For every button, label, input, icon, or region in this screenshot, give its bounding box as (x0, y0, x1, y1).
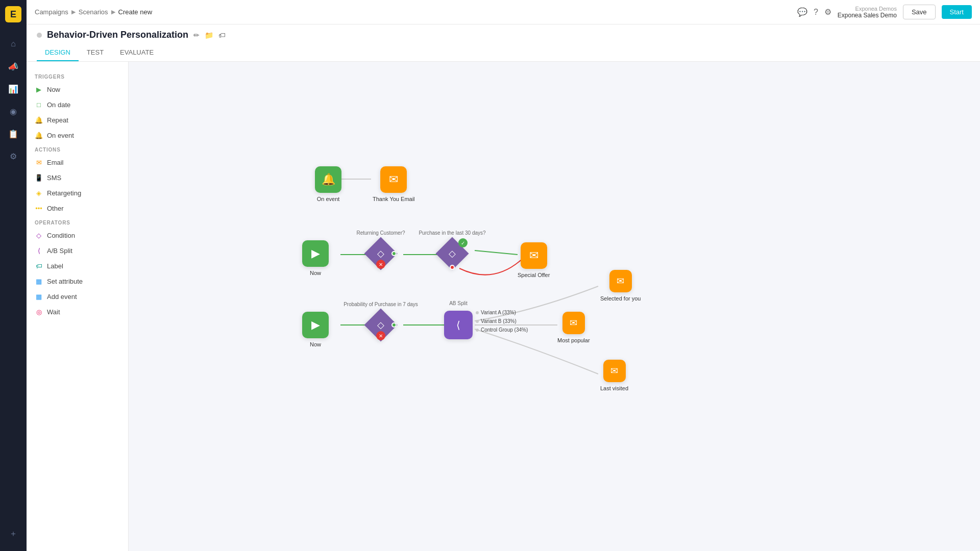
row2-trigger-label: Now (310, 270, 321, 276)
row1-email-node[interactable]: ✉ Thank You Email (373, 166, 415, 202)
row3-email1-label: Selected for you (600, 295, 641, 302)
control-group-label: Control Group (34%) (481, 327, 528, 333)
setattribute-label: Set attribute (47, 278, 83, 285)
row1-email-box: ✉ (380, 166, 407, 193)
sidebar-item-retargeting[interactable]: ◈ Retargeting (27, 185, 128, 201)
canvas[interactable]: 🔔 On event ✉ Thank You Email ▶ Now (129, 62, 980, 551)
row1-trigger-label: On event (317, 196, 340, 202)
sidebar-item-setattribute[interactable]: ▦ Set attribute (27, 273, 128, 289)
left-nav: E ⌂ 📣 📊 ◉ 📋 ⚙ ＋ (0, 0, 27, 551)
absplit-icon: ⟨ (35, 246, 43, 255)
row2-condition1-x: ✕ (376, 260, 385, 269)
nav-content[interactable]: 📋 (4, 124, 22, 143)
row3-email3-label: Last visited (600, 385, 628, 391)
row3-trigger-box: ▶ (302, 312, 329, 338)
tab-evaluate[interactable]: EVALUATE (112, 44, 162, 61)
nav-plus[interactable]: ＋ (4, 524, 22, 543)
breadcrumb-sep-1: ▶ (71, 9, 76, 15)
sidebar-item-ondate[interactable]: □ On date (27, 97, 128, 112)
email-action-label: Email (47, 159, 64, 166)
row1-trigger-node[interactable]: 🔔 On event (315, 166, 341, 202)
nav-segments[interactable]: ◉ (4, 102, 22, 120)
breadcrumb-scenarios[interactable]: Scenarios (79, 8, 108, 16)
breadcrumb-current: Create new (118, 8, 152, 16)
repeat-icon: 🔔 (35, 116, 43, 124)
ondate-label: On date (47, 101, 70, 109)
variant-a-label: Variant A (33%) (481, 310, 516, 315)
tag-icon[interactable]: 🏷 (218, 31, 226, 39)
sidebar-item-wait[interactable]: ◎ Wait (27, 304, 128, 319)
setattribute-icon: ▦ (35, 277, 43, 285)
label-icon: 🏷 (35, 262, 43, 270)
addevent-label: Add event (47, 293, 77, 300)
save-button[interactable]: Save (903, 5, 936, 19)
breadcrumb-campaigns[interactable]: Campaigns (35, 8, 68, 16)
sidebar-item-sms[interactable]: 📱 SMS (27, 170, 128, 185)
variant-b-label: Variant B (33%) (481, 318, 517, 324)
retargeting-label: Retargeting (47, 189, 81, 197)
row3-email2-node[interactable]: ✉ Most popular (557, 312, 590, 343)
content-area: TRIGGERS ▶ Now □ On date 🔔 Repeat 🔔 On e… (27, 62, 980, 551)
row2-trigger-box: ▶ (302, 240, 329, 267)
sidebar: TRIGGERS ▶ Now □ On date 🔔 Repeat 🔔 On e… (27, 62, 129, 551)
row3-condition-node[interactable]: Probability of Purchase in 7 days ◇ ✕ (368, 312, 394, 338)
now-icon: ▶ (35, 85, 43, 93)
row3-condition-x: ✕ (376, 331, 385, 340)
row2-email-label: Special Offer (518, 272, 550, 278)
row2-trigger-node[interactable]: ▶ Now (302, 240, 329, 276)
repeat-label: Repeat (47, 116, 68, 124)
row3-absplit-node[interactable]: AB Split ⟨ Variant A (33%) Variant B ( (444, 311, 473, 339)
row2-email-node[interactable]: ✉ Special Offer (518, 242, 550, 278)
addevent-icon: ▦ (35, 292, 43, 300)
sidebar-item-absplit[interactable]: ⟨ A/B Split (27, 243, 128, 258)
row3-email2-box: ✉ (562, 312, 585, 334)
sidebar-item-now[interactable]: ▶ Now (27, 82, 128, 97)
edit-icon[interactable]: ✏ (193, 31, 200, 39)
tab-design[interactable]: DESIGN (37, 44, 79, 61)
row3-email3-box: ✉ (603, 360, 626, 382)
status-dot (37, 33, 42, 38)
now-label: Now (47, 86, 60, 93)
topbar: Campaigns ▶ Scenarios ▶ Create new 💬 ? ⚙… (27, 0, 980, 24)
nav-dashboard[interactable]: ⌂ (4, 35, 22, 53)
row3-trigger-node[interactable]: ▶ Now (302, 312, 329, 347)
main-content: Campaigns ▶ Scenarios ▶ Create new 💬 ? ⚙… (27, 0, 980, 551)
nav-settings[interactable]: ⚙ (4, 147, 22, 165)
sidebar-item-label[interactable]: 🏷 Label (27, 258, 128, 273)
condition-icon: ◇ (35, 231, 43, 239)
row3-trigger-label: Now (310, 341, 321, 347)
sidebar-item-condition[interactable]: ◇ Condition (27, 228, 128, 243)
sidebar-item-onevent[interactable]: 🔔 On event (27, 128, 128, 143)
row3-email3-node[interactable]: ✉ Last visited (600, 360, 628, 391)
sidebar-item-repeat[interactable]: 🔔 Repeat (27, 112, 128, 128)
tabs-row: DESIGN TEST EVALUATE (37, 44, 970, 61)
folder-icon[interactable]: 📁 (205, 31, 213, 39)
sidebar-item-email[interactable]: ✉ Email (27, 155, 128, 170)
user-info: Exponea Demos Exponea Sales Demo (838, 6, 897, 19)
row2-condition1-node[interactable]: Returning Customer? ◇ ✕ (368, 240, 394, 267)
operators-title: OPERATORS (27, 216, 128, 228)
row3-absplit-sublabel: AB Split (449, 300, 468, 306)
svg-line-3 (475, 251, 518, 255)
row2-condition2-node[interactable]: Purchase in the last 30 days? ◇ ✓ (439, 240, 465, 267)
row3-email1-box: ✉ (609, 270, 632, 292)
sidebar-item-other[interactable]: ••• Other (27, 201, 128, 216)
absplit-label: A/B Split (47, 247, 72, 255)
connector-lines (129, 62, 980, 551)
tab-test[interactable]: TEST (79, 44, 112, 61)
nav-campaigns[interactable]: 📣 (4, 57, 22, 76)
sidebar-item-addevent[interactable]: ▦ Add event (27, 289, 128, 304)
company-name: Exponea Demos (838, 6, 897, 12)
topbar-right: 💬 ? ⚙ Exponea Demos Exponea Sales Demo S… (797, 5, 972, 19)
retargeting-icon: ◈ (35, 189, 43, 197)
start-button[interactable]: Start (942, 5, 972, 19)
row3-email1-node[interactable]: ✉ Selected for you (600, 270, 641, 302)
nav-analytics[interactable]: 📊 (4, 80, 22, 98)
other-label: Other (47, 205, 64, 212)
logo-icon: E (5, 6, 21, 22)
help-icon[interactable]: ? (814, 8, 818, 17)
ondate-icon: □ (35, 101, 43, 109)
chat-icon[interactable]: 💬 (797, 7, 807, 17)
settings-icon[interactable]: ⚙ (824, 7, 831, 17)
row3-ab-box: ⟨ (444, 311, 473, 339)
